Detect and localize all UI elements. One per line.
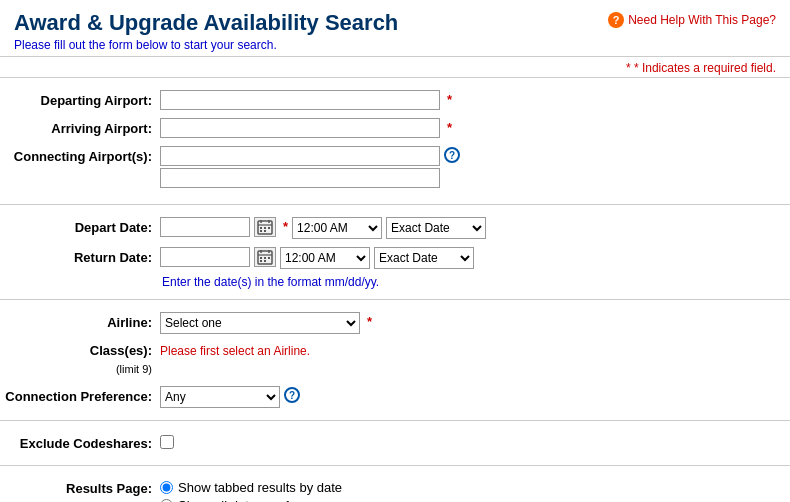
departing-airport-input[interactable] (160, 90, 440, 110)
departing-airport-label: Departing Airport: (0, 90, 160, 110)
exclude-codeshares-checkbox[interactable] (160, 435, 174, 449)
airports-section: Departing Airport: * Arriving Airport: *… (0, 77, 790, 200)
depart-time-select[interactable]: 12:00 AM (292, 217, 382, 239)
svg-rect-17 (264, 260, 266, 262)
connecting-airports-label: Connecting Airport(s): (0, 146, 160, 166)
connection-select[interactable]: Any Non-stop 1 stop 2 stops (160, 386, 280, 408)
connecting-airport-input-1[interactable] (160, 146, 440, 166)
required-note: * * Indicates a required field. (0, 56, 790, 77)
return-date-type-select[interactable]: Exact Date (374, 247, 474, 269)
airline-required-star: * (367, 314, 372, 329)
svg-rect-14 (264, 257, 266, 259)
airline-controls: Select one American Airlines Delta Unite… (160, 312, 790, 334)
results-radio-row-2: Show all dates on 1 screen (160, 498, 342, 502)
departing-required-star: * (447, 92, 452, 107)
return-date-controls: 12:00 AM Exact Date (160, 247, 790, 269)
return-date-label: Return Date: (0, 247, 160, 267)
results-label: Results Page: (0, 478, 160, 498)
connecting-airports-controls: ? (160, 146, 790, 188)
connecting-airport-input-2[interactable] (160, 168, 440, 188)
divider-2 (0, 299, 790, 300)
svg-rect-6 (268, 227, 270, 229)
results-page-row: Results Page: Show tabbed results by dat… (0, 474, 790, 502)
help-link[interactable]: ? Need Help With This Page? (608, 12, 776, 28)
classes-hint: Please first select an Airline. (160, 342, 310, 358)
svg-rect-5 (264, 227, 266, 229)
exclude-codeshares-row: Exclude Codeshares: (0, 429, 790, 457)
depart-required-star: * (283, 219, 288, 234)
arriving-airport-controls: * (160, 118, 790, 138)
connection-label: Connection Preference: (0, 386, 160, 406)
departing-airport-row: Departing Airport: * (0, 86, 790, 114)
svg-rect-7 (260, 230, 262, 232)
return-time-select[interactable]: 12:00 AM (280, 247, 370, 269)
svg-rect-16 (260, 260, 262, 262)
date-format-hint: Enter the date(s) in the format mm/dd/yy… (0, 273, 790, 291)
airline-label: Airline: (0, 312, 160, 332)
help-icon: ? (608, 12, 624, 28)
divider-3 (0, 420, 790, 421)
airline-section: Airline: Select one American Airlines De… (0, 304, 790, 416)
header: Award & Upgrade Availability Search Plea… (0, 0, 790, 56)
connecting-inputs (160, 146, 440, 188)
arriving-airport-input[interactable] (160, 118, 440, 138)
depart-date-type-select[interactable]: Exact Date (386, 217, 486, 239)
exclude-controls (160, 433, 790, 449)
arriving-airport-row: Arriving Airport: * (0, 114, 790, 142)
classes-row: Class(es): (limit 9) Please first select… (0, 338, 790, 382)
arriving-airport-label: Arriving Airport: (0, 118, 160, 138)
return-date-row: Return Date: 12:00 AM (0, 243, 790, 273)
svg-rect-4 (260, 227, 262, 229)
svg-rect-8 (264, 230, 266, 232)
classes-label-wrap: Class(es): (limit 9) (0, 342, 160, 378)
classes-label: Class(es): (90, 343, 152, 358)
depart-date-controls: * 12:00 AM Exact Date (160, 217, 790, 239)
depart-date-row: Depart Date: * 12:00 AM (0, 213, 790, 243)
connecting-info-icon[interactable]: ? (444, 147, 460, 163)
results-radio-group: Show tabbed results by date Show all dat… (160, 478, 342, 502)
connection-info-icon[interactable]: ? (284, 387, 300, 403)
svg-rect-15 (268, 257, 270, 259)
departing-airport-controls: * (160, 90, 790, 110)
connection-row: Connection Preference: Any Non-stop 1 st… (0, 382, 790, 412)
results-controls: Show tabbed results by date Show all dat… (160, 478, 790, 502)
divider-1 (0, 204, 790, 205)
airline-row: Airline: Select one American Airlines De… (0, 308, 790, 338)
depart-date-label: Depart Date: (0, 217, 160, 237)
results-tabbed-radio[interactable] (160, 481, 173, 494)
results-radio-row-1: Show tabbed results by date (160, 480, 342, 495)
results-section: Results Page: Show tabbed results by dat… (0, 470, 790, 502)
calendar-icon-return (257, 249, 273, 265)
results-all-label: Show all dates on 1 screen (178, 498, 334, 502)
arriving-required-star: * (447, 120, 452, 135)
required-star: * (626, 61, 631, 75)
dates-section: Depart Date: * 12:00 AM (0, 209, 790, 295)
return-calendar-button[interactable] (254, 247, 276, 267)
return-date-input[interactable] (160, 247, 250, 267)
classes-sublabel: (limit 9) (116, 363, 152, 375)
svg-rect-13 (260, 257, 262, 259)
airline-select[interactable]: Select one American Airlines Delta Unite… (160, 312, 360, 334)
connection-controls: Any Non-stop 1 stop 2 stops ? (160, 386, 790, 408)
connecting-airports-row: Connecting Airport(s): ? (0, 142, 790, 192)
depart-calendar-button[interactable] (254, 217, 276, 237)
divider-4 (0, 465, 790, 466)
calendar-icon (257, 219, 273, 235)
classes-controls: Please first select an Airline. (160, 342, 790, 358)
subtitle: Please fill out the form below to start … (14, 38, 776, 52)
results-tabbed-label: Show tabbed results by date (178, 480, 342, 495)
exclude-section: Exclude Codeshares: (0, 425, 790, 461)
depart-date-input[interactable] (160, 217, 250, 237)
exclude-label: Exclude Codeshares: (0, 433, 160, 453)
help-link-text: Need Help With This Page? (628, 13, 776, 27)
